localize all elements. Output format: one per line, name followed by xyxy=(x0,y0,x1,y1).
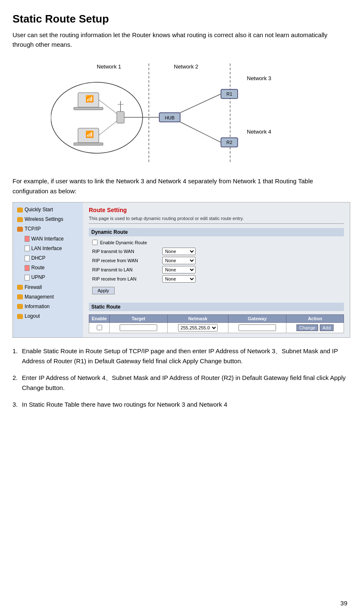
step-1-text: Enable Static Route in Route Setup of TC… xyxy=(22,346,347,366)
rip-transmit-wan-label: RIP transmit to WAN xyxy=(92,249,159,254)
step-2-text: Enter IP Address of Network 4、Subnet Mas… xyxy=(22,373,347,393)
steps-list: 1. Enable Static Route in Route Setup of… xyxy=(13,346,347,410)
page-number: 39 xyxy=(340,600,347,607)
sidebar-item-dhcp[interactable]: DHCP xyxy=(13,253,83,263)
svg-rect-11 xyxy=(74,143,103,145)
rip-receive-lan-label: RIP receive from LAN xyxy=(92,276,159,281)
step-3-text: In Static Route Table there have two rou… xyxy=(22,400,227,410)
sidebar-item-wan-interface[interactable]: WAN Interface xyxy=(13,234,83,244)
svg-text:R2: R2 xyxy=(226,140,232,145)
rip-transmit-lan-select[interactable]: None xyxy=(162,266,196,273)
sidebar-item-upnp[interactable]: UPNP xyxy=(13,273,83,282)
rip-transmit-lan-label: RIP transmit to LAN xyxy=(92,267,159,272)
svg-text:HUB: HUB xyxy=(165,115,174,120)
svg-text:Network 1: Network 1 xyxy=(97,63,121,70)
folder-icon xyxy=(17,285,23,290)
svg-text:R1: R1 xyxy=(226,91,232,96)
svg-rect-8 xyxy=(74,107,103,110)
rip-transmit-lan-row: RIP transmit to LAN None xyxy=(89,266,344,273)
apply-button[interactable]: Apply xyxy=(92,287,115,294)
netmask-select[interactable]: 255.255.255.0 255.255.0.0 255.0.0.0 xyxy=(178,324,218,332)
doc-icon-red xyxy=(25,265,30,271)
folder-icon xyxy=(17,314,23,319)
svg-text:Network 4: Network 4 xyxy=(247,129,271,135)
rip-receive-wan-label: RIP receive from WAN xyxy=(92,258,159,263)
table-header-enable: Enable xyxy=(89,315,110,323)
doc-icon xyxy=(25,275,30,281)
sidebar-item-firewall[interactable]: Firewall xyxy=(13,283,83,292)
svg-rect-13 xyxy=(117,111,124,123)
static-route-table: Enable Target Netmask Gateway Action xyxy=(89,314,344,333)
route-setting-desc: This page is used to setup dynamic routi… xyxy=(89,216,344,224)
sidebar-item-quickly-start[interactable]: Quickly Start xyxy=(13,205,83,215)
gateway-input[interactable] xyxy=(238,324,276,331)
rip-receive-lan-select[interactable]: None xyxy=(162,275,196,283)
table-cell-target xyxy=(110,323,168,333)
content-area: Route Setting This page is used to setup… xyxy=(83,202,350,337)
row-enable-checkbox[interactable] xyxy=(97,325,102,330)
table-header-target: Target xyxy=(110,315,168,323)
page-title: Static Route Setup xyxy=(13,13,347,25)
table-header-action: Action xyxy=(286,315,344,323)
target-input[interactable] xyxy=(120,324,157,331)
table-row: 255.255.255.0 255.255.0.0 255.0.0.0 Chan… xyxy=(89,323,344,333)
step-2: 2. Enter IP Address of Network 4、Subnet … xyxy=(13,373,347,393)
static-route-section: Static Route Enable Target Netmask Gatew… xyxy=(89,303,344,333)
network-diagram: Network 1 Network 2 Network 3 Network 4 … xyxy=(51,59,309,168)
doc-icon xyxy=(25,245,30,251)
route-setting-title: Route Setting xyxy=(89,207,344,213)
rip-receive-wan-select[interactable]: None xyxy=(162,257,196,264)
step-3-num: 3. xyxy=(13,400,18,410)
table-header-netmask: Netmask xyxy=(168,315,228,323)
svg-line-25 xyxy=(180,94,221,113)
folder-icon xyxy=(17,294,23,299)
table-header-gateway: Gateway xyxy=(228,315,286,323)
enable-dynamic-route-row: Enable Dynamic Route xyxy=(89,240,344,245)
dynamic-route-header: Dynamic Route xyxy=(89,228,344,236)
svg-line-22 xyxy=(99,100,117,114)
table-cell-enable xyxy=(89,323,110,333)
svg-text:📶: 📶 xyxy=(85,130,94,138)
sidebar-item-information[interactable]: Information xyxy=(13,302,83,311)
table-cell-action: Change Add xyxy=(286,323,344,333)
sidebar-item-lan-interface[interactable]: LAN Interface xyxy=(13,244,83,253)
svg-text:📶: 📶 xyxy=(85,95,94,103)
svg-text:Network 3: Network 3 xyxy=(247,75,271,81)
rip-receive-lan-row: RIP receive from LAN None xyxy=(89,275,344,283)
sidebar: Quickly Start Wireless Settings TCP/IP W… xyxy=(13,202,83,337)
folder-icon xyxy=(17,208,23,213)
step-1-num: 1. xyxy=(13,346,18,366)
body-text-1: For example, if user wants to link the N… xyxy=(13,176,347,196)
intro-text: User can set the routing information let… xyxy=(13,30,347,49)
doc-icon xyxy=(25,256,30,261)
sidebar-item-route[interactable]: Route xyxy=(13,263,83,273)
rip-receive-wan-row: RIP receive from WAN None xyxy=(89,257,344,264)
table-cell-gateway xyxy=(228,323,286,333)
folder-icon xyxy=(17,304,23,309)
table-cell-netmask: 255.255.255.0 255.255.0.0 255.0.0.0 xyxy=(168,323,228,333)
svg-line-26 xyxy=(180,122,221,142)
rip-transmit-wan-select[interactable]: None xyxy=(162,248,196,255)
svg-text:Network 2: Network 2 xyxy=(174,63,198,70)
change-button[interactable]: Change xyxy=(296,324,319,331)
doc-icon-red xyxy=(25,236,30,242)
svg-line-23 xyxy=(99,121,117,135)
sidebar-item-tcpip[interactable]: TCP/IP xyxy=(13,224,83,234)
sidebar-item-wireless-settings[interactable]: Wireless Settings xyxy=(13,215,83,224)
step-3: 3. In Static Route Table there have two … xyxy=(13,400,347,410)
enable-dynamic-route-label: Enable Dynamic Route xyxy=(100,240,147,245)
step-2-num: 2. xyxy=(13,373,18,393)
step-1: 1. Enable Static Route in Route Setup of… xyxy=(13,346,347,366)
sidebar-item-logout[interactable]: Logout xyxy=(13,311,83,321)
folder-icon xyxy=(17,217,23,222)
static-route-header: Static Route xyxy=(89,303,344,311)
folder-icon xyxy=(17,227,23,232)
sidebar-item-management[interactable]: Management xyxy=(13,292,83,302)
enable-dynamic-route-checkbox[interactable] xyxy=(92,240,98,245)
add-button[interactable]: Add xyxy=(320,324,334,331)
rip-transmit-wan-row: RIP transmit to WAN None xyxy=(89,248,344,255)
router-ui-panel: Quickly Start Wireless Settings TCP/IP W… xyxy=(13,202,350,338)
